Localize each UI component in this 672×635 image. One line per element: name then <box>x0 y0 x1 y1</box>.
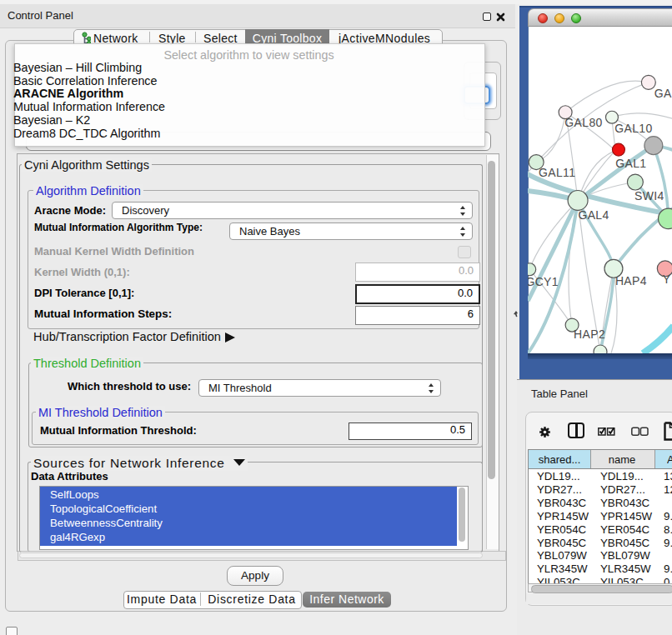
svg-text:SWI4: SWI4 <box>634 189 664 202</box>
svg-text:GAL10: GAL10 <box>614 122 652 135</box>
svg-text:GAL4: GAL4 <box>578 208 609 222</box>
svg-text:HAP4: HAP4 <box>615 274 647 288</box>
svg-text:GCY1: GCY1 <box>528 275 559 288</box>
svg-text:GAL11: GAL11 <box>539 166 575 179</box>
svg-text:GAL: GAL <box>654 87 672 100</box>
svg-text:HAP2: HAP2 <box>574 328 605 341</box>
svg-text:GAL1: GAL1 <box>615 157 646 170</box>
svg-text:GAL80: GAL80 <box>564 116 602 129</box>
svg-text:Y: Y <box>663 272 671 286</box>
